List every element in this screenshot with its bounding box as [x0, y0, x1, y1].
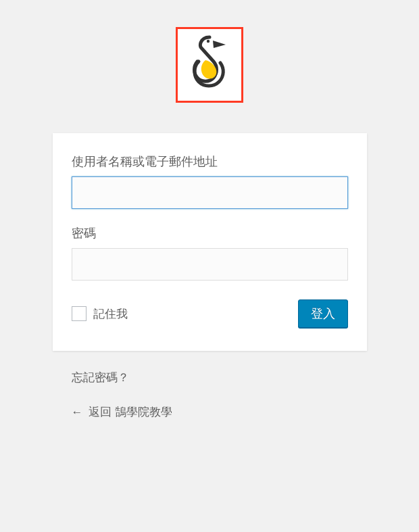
remember-label: 記住我	[93, 306, 128, 322]
username-field-group: 使用者名稱或電子郵件地址	[72, 153, 348, 209]
login-page: 使用者名稱或電子郵件地址 密碼 記住我 登入 忘記密碼？ ← 返回 鵠學院教學	[0, 0, 419, 439]
password-input[interactable]	[72, 248, 348, 281]
below-form-links: 忘記密碼？ ← 返回 鵠學院教學	[53, 351, 367, 439]
password-field-group: 密碼	[72, 225, 348, 281]
forgot-password-link[interactable]: 忘記密碼？	[72, 370, 348, 385]
remember-checkbox[interactable]	[72, 306, 87, 321]
arrow-left-icon: ←	[72, 406, 83, 418]
form-footer: 記住我 登入	[72, 299, 348, 328]
login-button[interactable]: 登入	[298, 299, 348, 328]
remember-me-wrap[interactable]: 記住我	[72, 306, 128, 322]
back-to-site-label: 返回 鵠學院教學	[89, 406, 172, 418]
username-input[interactable]	[72, 176, 348, 209]
logo-container[interactable]	[176, 27, 243, 103]
svg-point-0	[207, 40, 210, 43]
pelican-logo-icon	[185, 34, 234, 95]
back-to-site-link[interactable]: ← 返回 鵠學院教學	[72, 404, 348, 420]
password-label: 密碼	[72, 225, 348, 241]
username-label: 使用者名稱或電子郵件地址	[72, 153, 348, 170]
login-form: 使用者名稱或電子郵件地址 密碼 記住我 登入	[53, 133, 367, 351]
